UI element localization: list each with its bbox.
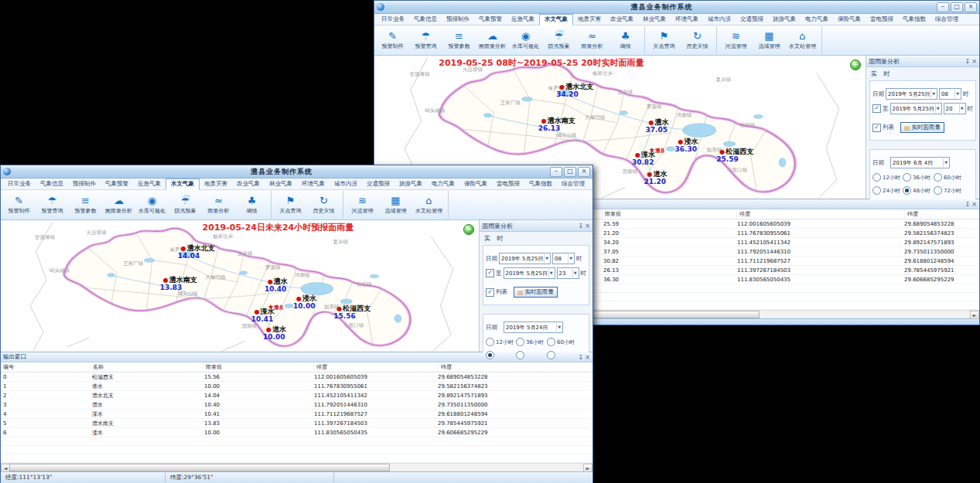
toolbar-button-流域管理[interactable]: ▦流域管理 xyxy=(753,26,786,54)
menu-tab-4[interactable]: 应急气象 xyxy=(133,179,166,189)
toolbar-button-防汛预案[interactable]: ☔防汛预案 xyxy=(169,191,202,219)
pin-icon[interactable]: ↧ xyxy=(965,201,971,208)
scroll-right-icon[interactable]: ► xyxy=(970,311,979,319)
radio-option-72小时[interactable]: 72小时 xyxy=(934,186,965,195)
toolbar-button-面雨量分析[interactable]: ☁面雨量分析 xyxy=(476,26,509,54)
toolbar-button-预警参数[interactable]: ≡预警参数 xyxy=(69,191,102,219)
column-header-纬度[interactable]: 纬度 xyxy=(439,363,592,371)
menu-tab-3[interactable]: 气象预警 xyxy=(101,179,133,189)
table-row[interactable]: 3澧水10.40111.79205144631029.735011350000 xyxy=(1,400,592,410)
toolbar-button-预警查询[interactable]: ☂预警查询 xyxy=(409,26,442,54)
toolbar-button-水库可视化[interactable]: ◉水库可视化 xyxy=(509,26,542,54)
menu-tab-3[interactable]: 气象预警 xyxy=(474,15,507,25)
menu-tab-14[interactable]: 保险气象 xyxy=(833,15,866,25)
toolbar-button-防汛预案[interactable]: ☔防汛预案 xyxy=(542,26,575,54)
toolbar-button-墒情[interactable]: ♣墒情 xyxy=(235,191,268,219)
panel-close-icon[interactable]: × xyxy=(971,58,977,65)
panel-close-icon[interactable]: × xyxy=(971,201,977,208)
toolbar-button-灾点查询[interactable]: ⚑灾点查询 xyxy=(647,26,681,54)
toolbar-button-灾点查询[interactable]: ⚑灾点查询 xyxy=(274,191,307,219)
menu-tab-15[interactable]: 雷电预报 xyxy=(492,179,524,189)
menu-tab-13[interactable]: 电力气象 xyxy=(427,179,459,189)
radio-option-24小时[interactable]: 24小时 xyxy=(872,186,903,195)
column-header-纬度[interactable]: 纬度 xyxy=(905,210,979,218)
to-checkbox[interactable]: ✓ xyxy=(872,104,881,113)
river-marker-道水[interactable]: ●道水10.00 xyxy=(266,325,286,341)
menu-tab-9[interactable]: 环境气象 xyxy=(297,179,330,189)
toolbar-button-河流管理[interactable]: ≋河流管理 xyxy=(719,26,753,54)
radio-option-60小时[interactable]: 60小时 xyxy=(547,338,578,346)
menu-tab-8[interactable]: 林业气象 xyxy=(265,179,297,189)
start-date-combo[interactable]: 2019年 5月25日▼ xyxy=(499,253,551,264)
river-marker-松滋西支[interactable]: ●松滋西支25.59 xyxy=(719,147,753,163)
radio-option-60小时[interactable]: 60小时 xyxy=(934,173,965,182)
radio-option-12小时[interactable]: 12小时 xyxy=(486,338,516,346)
map-area[interactable]: 2019-05-24日未来24小时预报面雨量 + 甘 xyxy=(1,220,479,352)
menu-tab-16[interactable]: 气象指数 xyxy=(898,15,930,25)
toolbar-button-水文站管理[interactable]: ⌂水文站管理 xyxy=(786,26,819,54)
close-button[interactable]: × xyxy=(965,2,977,12)
river-marker-澧水南支[interactable]: ●澧水南支26.13 xyxy=(541,116,575,132)
menu-tab-5[interactable]: 水文气象 xyxy=(166,179,200,190)
start-date-combo[interactable]: 2019年 5月25日▼ xyxy=(886,88,937,100)
river-marker-溇水[interactable]: ●溇水36.30 xyxy=(678,137,698,153)
minimize-button[interactable]: – xyxy=(550,167,562,177)
minimize-button[interactable]: – xyxy=(937,2,949,12)
scroll-right-icon[interactable]: ► xyxy=(583,464,592,472)
toolbar-button-历史灾情[interactable]: ↻历史灾情 xyxy=(681,26,714,54)
menu-tab-17[interactable]: 综合管理 xyxy=(930,15,963,25)
realtime-rain-button[interactable]: ▤实时面雨量 xyxy=(900,122,944,133)
titlebar[interactable]: 澧县业务制作系统 – □ × xyxy=(1,165,592,179)
radio-option-36小时[interactable]: 36小时 xyxy=(903,173,934,182)
menu-tab-5[interactable]: 水文气象 xyxy=(539,14,573,26)
output-table[interactable]: 编号名称雨量值经度纬度0松滋西支15.56112.00160560503929.… xyxy=(1,362,592,463)
menu-tab-16[interactable]: 气象指数 xyxy=(524,179,557,189)
map-refresh-button[interactable]: + xyxy=(850,60,861,70)
column-header-编号[interactable]: 编号 xyxy=(1,363,90,371)
menu-tab-12[interactable]: 旅游气象 xyxy=(768,15,801,25)
menu-tab-13[interactable]: 电力气象 xyxy=(801,15,833,25)
menu-tab-1[interactable]: 气象信息 xyxy=(409,15,442,25)
menu-tab-9[interactable]: 环境气象 xyxy=(671,15,703,25)
river-marker-澧水北支[interactable]: ●澧水北支34.20 xyxy=(559,82,593,98)
toolbar-button-雨量分析[interactable]: ≈雨量分析 xyxy=(202,191,235,219)
river-marker-澧水南支[interactable]: ●澧水南支13.83 xyxy=(163,275,197,291)
column-header-经度[interactable]: 经度 xyxy=(314,363,439,371)
start-hour-combo[interactable]: 08▼ xyxy=(939,88,961,100)
menu-tab-17[interactable]: 综合管理 xyxy=(557,179,589,189)
menu-tab-11[interactable]: 交通预报 xyxy=(736,15,768,25)
toolbar-button-预警参数[interactable]: ≡预警参数 xyxy=(442,26,476,54)
column-header-雨量值[interactable]: 雨量值 xyxy=(203,363,314,371)
forecast-date-combo[interactable]: 2019年 6月 4日▼ xyxy=(890,157,950,168)
maximize-button[interactable]: □ xyxy=(564,167,576,177)
menu-tab-0[interactable]: 日常业务 xyxy=(377,15,409,25)
menu-tab-6[interactable]: 地质灾害 xyxy=(573,15,606,25)
river-marker-溇水[interactable]: ●溇水10.00 xyxy=(296,294,316,310)
menu-tab-4[interactable]: 应急气象 xyxy=(507,15,539,25)
list-checkbox[interactable]: ✓ xyxy=(872,124,881,132)
start-hour-combo[interactable]: 08▼ xyxy=(552,253,575,264)
toolbar-button-河流管理[interactable]: ≋河流管理 xyxy=(346,191,379,219)
end-hour-combo[interactable]: 20▼ xyxy=(944,103,966,114)
toolbar-button-墒情[interactable]: ♣墒情 xyxy=(609,26,642,54)
river-marker-松滋西支[interactable]: ●松滋西支15.56 xyxy=(336,304,370,320)
end-hour-combo[interactable]: 23▼ xyxy=(557,267,579,279)
column-header-经度[interactable]: 经度 xyxy=(737,210,905,218)
menu-tab-0[interactable]: 日常业务 xyxy=(3,179,36,189)
menu-tab-2[interactable]: 预报制作 xyxy=(442,15,474,25)
pin-icon[interactable]: ↧ xyxy=(579,223,584,230)
panel-close-icon[interactable]: × xyxy=(585,354,590,361)
table-row[interactable]: 2澧水北支14.04111.45210541134229.89214757189… xyxy=(1,391,592,400)
table-row[interactable]: 1道水10.00111.76783095506129.582156374823 xyxy=(1,382,592,391)
radio-option-12小时[interactable]: 12小时 xyxy=(872,173,903,182)
menu-tab-11[interactable]: 交通预报 xyxy=(362,179,394,189)
column-header-名称[interactable]: 名称 xyxy=(90,363,203,371)
radio-option-36小时[interactable]: 36小时 xyxy=(516,338,547,346)
river-marker-澧水[interactable]: ●澧水37.05 xyxy=(649,117,669,134)
scrollbar-thumb[interactable] xyxy=(9,464,390,471)
end-date-combo[interactable]: 2019年 5月25日▼ xyxy=(890,103,942,114)
column-header-雨量值[interactable]: 雨量值 xyxy=(603,210,737,218)
end-date-combo[interactable]: 2019年 5月25日▼ xyxy=(504,267,555,279)
toolbar-button-历史灾情[interactable]: ↻历史灾情 xyxy=(307,191,340,219)
table-row[interactable]: 6溇水10.00111.83056505043529.606685295229 xyxy=(1,428,592,437)
